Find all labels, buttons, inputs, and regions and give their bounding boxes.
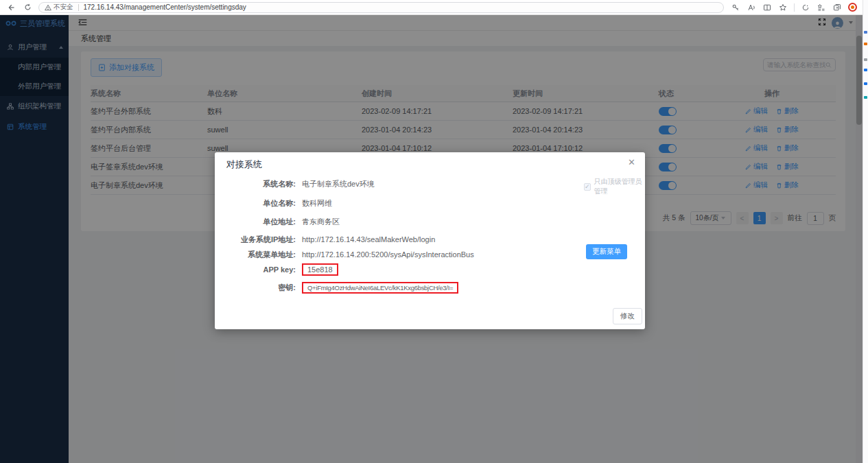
field-value: http://172.16.14.43/sealMakerWeb/login bbox=[302, 235, 435, 244]
field-value: 青东商务区 bbox=[302, 217, 340, 227]
app-key-highlight-box: 15e818 bbox=[302, 263, 338, 276]
security-label: 不安全 bbox=[54, 3, 73, 12]
browser-essentials-icon[interactable] bbox=[801, 3, 810, 12]
url-text[interactable]: 172.16.14.43/managementCenter/system/set… bbox=[84, 3, 246, 11]
browser-toolbar-icons bbox=[731, 3, 857, 12]
field-row-org-address: 单位地址: 青东商务区 bbox=[215, 215, 599, 228]
top-admin-checkbox[interactable]: ✓ 只由顶级管理员管理 bbox=[584, 177, 645, 196]
field-value: http://172.16.14.200:5200/sysApi/sysInte… bbox=[302, 250, 474, 259]
browser-chrome: 不安全 172.16.14.43/managementCenter/system… bbox=[0, 0, 863, 15]
field-label: 密钥: bbox=[215, 283, 296, 293]
address-divider bbox=[78, 4, 79, 11]
address-bar[interactable]: 不安全 172.16.14.43/managementCenter/system… bbox=[38, 2, 724, 13]
field-row-app-key: APP key: 15e818 bbox=[215, 263, 599, 276]
split-screen-icon[interactable] bbox=[762, 3, 772, 12]
screen: 不安全 172.16.14.43/managementCenter/system… bbox=[0, 0, 868, 463]
field-label: 单位名称: bbox=[215, 198, 296, 209]
favorites-star-icon[interactable] bbox=[778, 3, 788, 12]
field-row-org-name: 单位名称: 数科网维 bbox=[215, 197, 599, 209]
field-label: 单位地址: bbox=[215, 217, 296, 227]
field-row-menu-url: 系统菜单地址: http://172.16.14.200:5200/sysApi… bbox=[215, 248, 599, 261]
password-key-icon[interactable] bbox=[731, 3, 740, 12]
read-aloud-icon[interactable] bbox=[747, 3, 756, 12]
field-row-secret-key: 密钥: Q+iFmIg4OzHdwAiNeI6aLEVc/kK1Kxg6bsbj… bbox=[215, 281, 599, 294]
field-label: 系统名称: bbox=[215, 179, 296, 189]
toolbar-divider bbox=[794, 3, 795, 12]
refresh-icon[interactable] bbox=[22, 2, 33, 13]
close-icon[interactable]: ✕ bbox=[628, 157, 635, 167]
field-label: 业务系统IP地址: bbox=[215, 235, 296, 245]
background-window-sliver bbox=[863, 0, 868, 463]
modal-title: 对接系统 bbox=[226, 158, 262, 171]
field-value: 电子制章系统dev环境 bbox=[302, 179, 375, 189]
secret-key-highlight-box: Q+iFmIg4OzHdwAiNeI6aLEVc/kK1Kxg6bsbjCH/e… bbox=[302, 282, 458, 294]
back-icon[interactable] bbox=[5, 2, 16, 13]
modify-button[interactable]: 修改 bbox=[613, 308, 642, 324]
checkbox-label: 只由顶级管理员管理 bbox=[594, 177, 645, 196]
warning-triangle-icon bbox=[45, 4, 51, 11]
field-row-business-ip: 业务系统IP地址: http://172.16.14.43/sealMakerW… bbox=[215, 233, 599, 246]
favorites-bar-icon[interactable] bbox=[817, 3, 826, 12]
collections-icon[interactable] bbox=[832, 3, 842, 12]
field-label: 系统菜单地址: bbox=[215, 250, 296, 260]
security-warning[interactable]: 不安全 bbox=[45, 3, 73, 12]
dock-system-modal: 对接系统 ✕ 系统名称: 电子制章系统dev环境 单位名称: 数科网维 单位地址… bbox=[215, 152, 645, 329]
update-menu-button[interactable]: 更新菜单 bbox=[586, 244, 627, 259]
field-row-system-name: 系统名称: 电子制章系统dev环境 bbox=[215, 178, 599, 190]
field-label: APP key: bbox=[215, 265, 296, 274]
checkbox-check-icon: ✓ bbox=[584, 183, 591, 191]
field-value: 数科网维 bbox=[302, 198, 332, 209]
browser-profile-avatar[interactable] bbox=[848, 3, 857, 12]
